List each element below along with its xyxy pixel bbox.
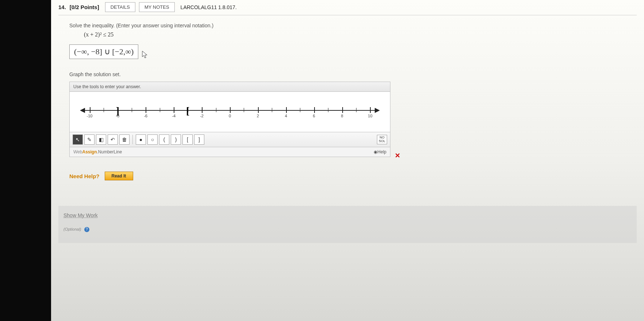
read-it-button[interactable]: Read It [105, 172, 133, 180]
show-my-work-section: Show My Work (Optional) ? [58, 206, 637, 243]
numberline-help-link[interactable]: ◉Help [374, 149, 386, 154]
numberline-toolbar: ↖ ✎ ◧ ↶ 🗑 ● ○ ( ) [ ] NO SOL [70, 132, 390, 147]
pointer-tool[interactable]: ↖ [73, 134, 83, 145]
close-bracket-tool[interactable]: ] [194, 134, 204, 145]
toolbar-separator [132, 135, 133, 144]
close-icon[interactable]: ✕ [395, 152, 400, 160]
tick [104, 108, 104, 112]
answer-input[interactable]: (−∞, −8] ∪ [−2,∞) [69, 44, 138, 59]
tick [286, 107, 287, 113]
tick [160, 108, 160, 112]
tick-label: -4 [172, 114, 176, 118]
numberline-footer: WebAssign.NumberLine ◉Help [70, 147, 390, 157]
tick [300, 108, 300, 112]
tick-label: 6 [313, 114, 315, 118]
numberline-header: Use the tools to enter your answer. [70, 82, 390, 92]
tick-label: 4 [285, 114, 287, 118]
my-notes-button[interactable]: MY NOTES [139, 2, 175, 12]
assignment-code: LARCOLALG11 1.8.017. [181, 4, 237, 10]
tick [132, 108, 132, 112]
tick-label: 8 [341, 114, 343, 118]
question-points: [0/2 Points] [70, 4, 99, 10]
numberline-widget: Use the tools to enter your answer. -10-… [69, 82, 390, 157]
open-paren-tool[interactable]: ( [159, 134, 169, 145]
tick [356, 108, 356, 112]
need-help-label: Need Help? [69, 173, 100, 179]
tick-label: -10 [87, 114, 93, 118]
tick [230, 107, 231, 113]
tick [342, 107, 343, 113]
pencil-tool[interactable]: ✎ [84, 134, 95, 145]
tick [272, 108, 272, 112]
tick [174, 107, 174, 113]
tick [90, 107, 90, 113]
nosol-bot: SOL [379, 140, 385, 143]
numberline-canvas[interactable]: -10-8-6-4-20246810][ [70, 92, 390, 132]
info-icon[interactable]: ? [84, 227, 89, 232]
tick-label: 10 [368, 114, 372, 118]
question-header: 14. [0/2 Points] DETAILS MY NOTES LARCOL… [58, 0, 637, 15]
closed-point-tool[interactable]: ● [136, 134, 146, 145]
tick [146, 107, 146, 113]
tick [328, 108, 328, 112]
trash-tool[interactable]: 🗑 [119, 134, 130, 145]
open-point-tool[interactable]: ○ [147, 134, 158, 145]
arrow-right-icon [375, 108, 380, 113]
tick [202, 107, 203, 113]
tick [314, 107, 315, 113]
arrow-left-icon [80, 108, 85, 113]
no-solution-button[interactable]: NO SOL [377, 135, 387, 144]
equation-text: (x + 2)² ≤ 25 [84, 31, 626, 38]
tick [244, 108, 244, 112]
open-bracket-tool[interactable]: [ [182, 134, 193, 145]
tick-label: -2 [200, 114, 204, 118]
webassign-brand: WebAssign.NumberLine [73, 149, 122, 154]
graph-instruction: Graph the solution set. [69, 71, 626, 77]
question-number: 14. [58, 4, 66, 10]
help-icon: ◉ [374, 149, 377, 154]
eraser-tool[interactable]: ◧ [96, 134, 106, 145]
tick-label: 0 [229, 114, 231, 118]
tick-label: -6 [144, 114, 147, 118]
instruction-text: Solve the inequality. (Enter your answer… [69, 23, 626, 28]
undo-tool[interactable]: ↶ [108, 134, 118, 145]
tick [258, 107, 259, 113]
tick [216, 108, 216, 112]
cursor-icon [142, 50, 149, 60]
tick [370, 107, 371, 113]
bracket-marker[interactable]: ] [116, 105, 119, 117]
close-paren-tool[interactable]: ) [171, 134, 181, 145]
bracket-marker[interactable]: [ [186, 105, 189, 117]
tick-label: 2 [257, 114, 259, 118]
details-button[interactable]: DETAILS [105, 2, 135, 12]
show-my-work-toggle[interactable]: Show My Work [63, 212, 632, 218]
optional-label: (Optional) [63, 227, 81, 231]
